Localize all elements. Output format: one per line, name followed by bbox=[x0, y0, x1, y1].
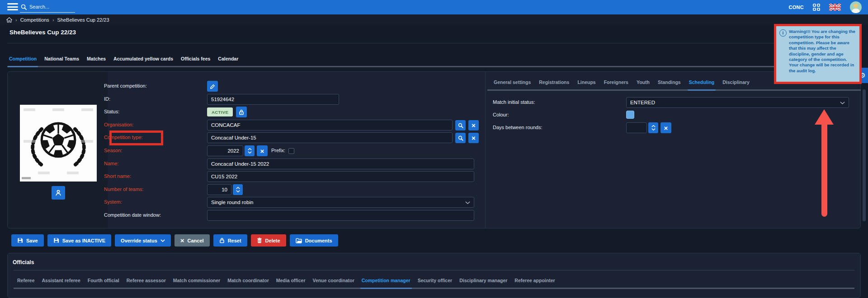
status-lock-button[interactable] bbox=[236, 107, 247, 117]
tab-venue-coordinator[interactable]: Venue coordinator bbox=[313, 278, 354, 288]
tab-lineups[interactable]: Lineups bbox=[577, 79, 595, 89]
override-status-button-label: Override status bbox=[121, 238, 157, 243]
name-input[interactable] bbox=[207, 158, 474, 169]
documents-button[interactable]: Documents bbox=[290, 234, 338, 247]
number-of-teams-input[interactable] bbox=[207, 184, 231, 195]
tab-assistant-referee[interactable]: Assistant referee bbox=[42, 278, 80, 288]
hamburger-menu-icon[interactable] bbox=[7, 3, 18, 11]
chevron-down-icon bbox=[840, 102, 845, 104]
tab-accumulated-yellow-cards[interactable]: Accumulated yellow cards bbox=[113, 56, 173, 66]
days-between-rounds-clear-button[interactable]: × bbox=[660, 122, 671, 133]
person-icon bbox=[55, 190, 61, 196]
action-bar: Save Save as INACTIVE Override status × … bbox=[11, 234, 338, 247]
tab-match-commissioner[interactable]: Match commissioner bbox=[173, 278, 220, 288]
days-between-rounds-input[interactable] bbox=[626, 122, 647, 133]
tab-fourth-official[interactable]: Fourth official bbox=[88, 278, 119, 288]
tab-national-teams[interactable]: National Teams bbox=[44, 56, 79, 66]
tab-competition[interactable]: Competition bbox=[9, 56, 37, 66]
override-status-button[interactable]: Override status bbox=[115, 234, 171, 247]
officials-divider bbox=[14, 270, 854, 270]
officials-card bbox=[7, 253, 861, 298]
season-stepper[interactable] bbox=[245, 145, 255, 156]
parent-competition-edit-button[interactable] bbox=[207, 81, 218, 92]
organisation-clear-button[interactable]: × bbox=[468, 120, 479, 130]
watermark bbox=[81, 108, 93, 111]
number-of-teams-stepper[interactable] bbox=[233, 184, 243, 195]
number-of-teams-label: Number of teams: bbox=[104, 186, 143, 192]
clear-icon: × bbox=[472, 135, 476, 141]
prefix-checkbox[interactable] bbox=[288, 148, 294, 154]
system-select-value: Single round robin bbox=[211, 200, 253, 205]
search-input[interactable] bbox=[28, 4, 69, 10]
id-input[interactable] bbox=[207, 94, 339, 105]
system-select[interactable]: Single round robin bbox=[207, 197, 474, 208]
season-input[interactable] bbox=[207, 145, 243, 156]
reset-button[interactable]: Reset bbox=[213, 234, 247, 247]
competition-type-clear-button[interactable]: × bbox=[468, 133, 479, 143]
user-avatar[interactable] bbox=[850, 1, 862, 13]
colour-swatch[interactable] bbox=[626, 111, 634, 119]
officials-tab-bar: Referee Assistant referee Fourth officia… bbox=[17, 278, 555, 288]
tab-youth[interactable]: Youth bbox=[637, 79, 650, 89]
tab-media-officer[interactable]: Media officer bbox=[276, 278, 306, 288]
tab-general-settings[interactable]: General settings bbox=[494, 79, 531, 89]
home-icon[interactable] bbox=[6, 17, 12, 23]
settings-tab-bar: General settings Registrations Lineups F… bbox=[494, 79, 750, 89]
tab-registrations[interactable]: Registrations bbox=[539, 79, 569, 89]
tab-officials-fees[interactable]: Officials fees bbox=[181, 56, 210, 66]
save-button-label: Save bbox=[26, 238, 38, 243]
documents-button-label: Documents bbox=[305, 238, 332, 243]
tab-referee[interactable]: Referee bbox=[17, 278, 35, 288]
season-clear-button[interactable]: × bbox=[257, 145, 268, 156]
tab-referee-assessor[interactable]: Referee assessor bbox=[127, 278, 166, 288]
save-as-inactive-button[interactable]: Save as INACTIVE bbox=[47, 234, 111, 247]
tab-foreigners[interactable]: Foreigners bbox=[604, 79, 628, 89]
watermark bbox=[24, 108, 35, 111]
delete-button-label: Delete bbox=[265, 238, 280, 243]
competition-type-input[interactable] bbox=[207, 132, 453, 143]
tab-match-coordinator[interactable]: Match coordinator bbox=[227, 278, 269, 288]
search-icon bbox=[21, 4, 27, 10]
breadcrumb-separator: › bbox=[15, 17, 17, 23]
tab-competition-manager[interactable]: Competition manager bbox=[362, 278, 410, 288]
tab-standings[interactable]: Standings bbox=[658, 79, 681, 89]
organisation-input[interactable] bbox=[207, 120, 453, 130]
apps-grid-icon[interactable] bbox=[813, 4, 820, 11]
days-between-rounds-stepper[interactable] bbox=[648, 122, 658, 133]
language-flag-icon[interactable] bbox=[829, 4, 841, 11]
competition-date-window-input[interactable] bbox=[207, 210, 474, 221]
tab-calendar[interactable]: Calendar bbox=[218, 56, 238, 66]
save-as-inactive-button-label: Save as INACTIVE bbox=[62, 238, 105, 243]
save-icon bbox=[53, 237, 59, 243]
tab-referee-appointer[interactable]: Referee appointer bbox=[514, 278, 555, 288]
watermark-label bbox=[22, 177, 31, 179]
competition-logo-image[interactable] bbox=[20, 105, 97, 182]
delete-button[interactable]: Delete bbox=[251, 234, 286, 247]
match-initial-status-select[interactable]: ENTERED bbox=[626, 97, 849, 108]
chevron-up-icon bbox=[236, 187, 240, 189]
tab-matches[interactable]: Matches bbox=[87, 56, 106, 66]
short-name-input[interactable] bbox=[207, 171, 474, 182]
tab-disciplinary-manager[interactable]: Disciplinary manager bbox=[459, 278, 507, 288]
tab-security-officer[interactable]: Security officer bbox=[418, 278, 452, 288]
search-icon bbox=[458, 135, 463, 141]
scrollbar-thumb[interactable] bbox=[863, 89, 866, 221]
logo-upload-button[interactable] bbox=[52, 186, 65, 200]
org-code-label[interactable]: CONC bbox=[788, 5, 804, 10]
settings-tab-track bbox=[487, 89, 861, 91]
chevron-down-icon bbox=[160, 239, 165, 242]
cancel-button[interactable]: × Cancel bbox=[175, 234, 210, 247]
competition-type-search-button[interactable] bbox=[455, 133, 466, 143]
page-title: SheBelieves Cup 22/23 bbox=[9, 29, 76, 36]
organisation-search-button[interactable] bbox=[455, 120, 466, 130]
system-label: System: bbox=[104, 199, 122, 205]
watermark bbox=[81, 140, 93, 143]
chevron-down-icon bbox=[236, 190, 240, 192]
tab-scheduling[interactable]: Scheduling bbox=[689, 79, 715, 89]
tab-disciplinary[interactable]: Disciplinary bbox=[722, 79, 750, 89]
save-button[interactable]: Save bbox=[11, 234, 44, 247]
breadcrumb-competitions[interactable]: Competitions bbox=[20, 17, 49, 23]
watermark bbox=[52, 108, 64, 111]
title-divider bbox=[7, 43, 861, 43]
clear-icon: × bbox=[472, 122, 476, 129]
